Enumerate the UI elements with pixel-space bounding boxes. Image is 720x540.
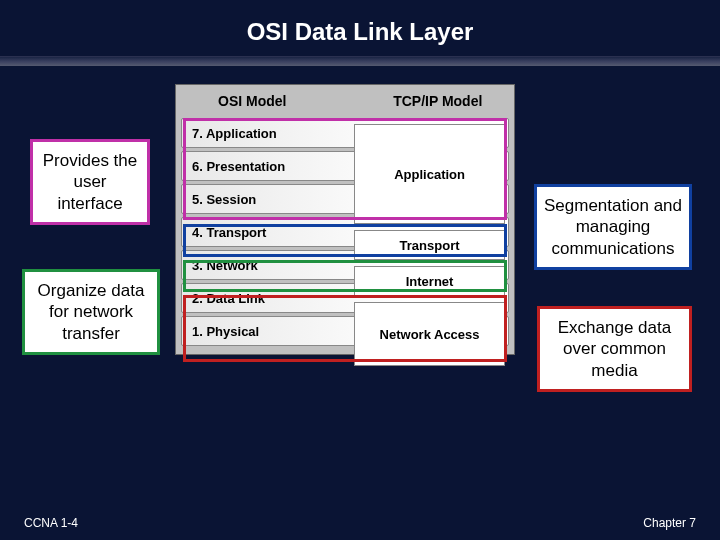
title-divider: [0, 56, 720, 66]
callout-organize-data: Organize data for network transfer: [22, 269, 160, 355]
tcpip-stack: Application Transport Internet Network A…: [354, 118, 505, 369]
callout-user-interface: Provides the user interface: [30, 139, 150, 225]
footer: CCNA 1-4 Chapter 7: [0, 516, 720, 530]
callout-exchange-data: Exchange data over common media: [537, 306, 692, 392]
slide-title: OSI Data Link Layer: [0, 0, 720, 56]
tcpip-transport: Transport: [354, 230, 505, 260]
osi-tcpip-diagram: OSI Model TCP/IP Model 7. Application 6.…: [175, 84, 515, 355]
header-osi: OSI Model: [187, 93, 318, 109]
tcpip-internet: Internet: [354, 266, 505, 296]
callout-segmentation: Segmentation and managing communications: [534, 184, 692, 270]
content-area: Provides the user interface Organize dat…: [0, 84, 720, 484]
tcpip-network-access: Network Access: [354, 302, 505, 366]
footer-right: Chapter 7: [643, 516, 696, 530]
header-tcpip: TCP/IP Model: [373, 93, 504, 109]
footer-left: CCNA 1-4: [24, 516, 78, 530]
tcpip-application: Application: [354, 124, 505, 224]
